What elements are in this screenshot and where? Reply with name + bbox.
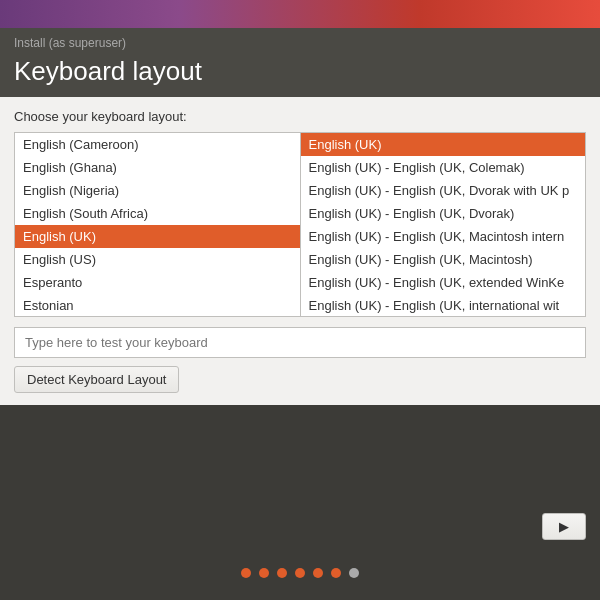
list-item[interactable]: English (UK) - English (UK, Macintosh in… (301, 225, 586, 248)
progress-dot (313, 568, 323, 578)
keyboard-test-input[interactable] (15, 328, 585, 357)
progress-dot (331, 568, 341, 578)
list-item[interactable]: Estonian (15, 294, 300, 316)
keyboard-lists: English (Cameroon)English (Ghana)English… (14, 132, 586, 317)
list-item[interactable]: English (UK) - English (UK, internationa… (301, 294, 586, 316)
list-item[interactable]: English (UK) - English (UK, Dvorak with … (301, 179, 586, 202)
nav-button-area: ▶ (542, 513, 586, 540)
list-item[interactable]: English (US) (15, 248, 300, 271)
choose-label: Choose your keyboard layout: (14, 109, 586, 124)
list-item[interactable]: English (Cameroon) (15, 133, 300, 156)
list-item[interactable]: English (UK) - English (UK, extended Win… (301, 271, 586, 294)
list-item[interactable]: English (UK) (301, 133, 586, 156)
next-button[interactable]: ▶ (542, 513, 586, 540)
keyboard-test-wrapper (14, 327, 586, 358)
list-item[interactable]: English (Ghana) (15, 156, 300, 179)
progress-dot (259, 568, 269, 578)
progress-dot (295, 568, 305, 578)
language-list[interactable]: English (Cameroon)English (Ghana)English… (15, 133, 301, 316)
list-item[interactable]: English (UK) - English (UK, Macintosh) (301, 248, 586, 271)
list-item[interactable]: English (UK) (15, 225, 300, 248)
list-item[interactable]: English (UK) - English (UK, Colemak) (301, 156, 586, 179)
progress-dot (277, 568, 287, 578)
list-item[interactable]: English (UK) - English (UK, Dvorak) (301, 202, 586, 225)
title-bar (0, 0, 600, 28)
page-title: Keyboard layout (14, 56, 586, 87)
install-subtitle: Install (as superuser) (14, 36, 586, 50)
list-item[interactable]: English (Nigeria) (15, 179, 300, 202)
list-item[interactable]: Esperanto (15, 271, 300, 294)
list-item[interactable]: English (South Africa) (15, 202, 300, 225)
detect-keyboard-layout-button[interactable]: Detect Keyboard Layout (14, 366, 179, 393)
header: Install (as superuser) Keyboard layout (0, 28, 600, 97)
progress-dot (241, 568, 251, 578)
main-content: Choose your keyboard layout: English (Ca… (0, 97, 600, 405)
bottom-bar (0, 545, 600, 600)
layout-variant-list[interactable]: English (UK)English (UK) - English (UK, … (301, 133, 586, 316)
progress-dot (349, 568, 359, 578)
